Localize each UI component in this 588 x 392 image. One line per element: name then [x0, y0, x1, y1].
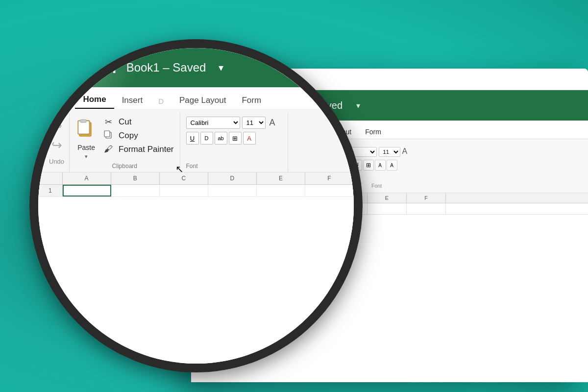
bold-button[interactable]: B — [328, 160, 339, 171]
nav-forward-icon[interactable]: › — [256, 75, 258, 84]
title-bar: ⊞ ‹ › — [191, 69, 588, 90]
column-headers: A B C D E F — [191, 193, 588, 203]
menu-bar: File Home Insert D Page Layout Form — [191, 121, 588, 139]
cell-d1[interactable] — [328, 203, 368, 214]
redo-button[interactable]: ↪ — [206, 156, 215, 166]
font-increase-icon[interactable]: A — [402, 147, 408, 157]
title-chevron-icon: ▾ — [356, 101, 360, 110]
clipboard-items: ✂ Cut 📄 Copy 🖌 Format Painter — [253, 146, 317, 186]
fill-color-button[interactable]: A — [375, 160, 386, 171]
cell-e1[interactable] — [368, 203, 407, 214]
cell-f1[interactable] — [407, 203, 446, 214]
spreadsheet-area: A B C D E F 1 — [191, 193, 588, 215]
app-grid-icon[interactable] — [201, 99, 213, 111]
menu-item-data[interactable]: D — [287, 125, 306, 139]
col-header-d: D — [328, 193, 368, 203]
border-button[interactable]: ⊞ — [363, 160, 374, 171]
font-size-select[interactable]: 11 — [379, 147, 400, 157]
row-number-header — [191, 193, 211, 203]
traffic-lights — [197, 76, 223, 82]
menu-item-page-layout[interactable]: Page Layout — [306, 125, 359, 139]
col-header-f: F — [407, 193, 446, 203]
underline-button[interactable]: U — [351, 160, 362, 171]
undo-button[interactable]: ↩ — [206, 144, 215, 154]
italic-button[interactable]: I — [340, 160, 350, 171]
toolbar-controls: ⊞ ‹ › — [232, 74, 259, 85]
menu-item-formulas[interactable]: Form — [358, 125, 388, 139]
format-painter-icon: 🖌 — [255, 176, 265, 185]
copy-icon: 📄 — [255, 163, 265, 172]
paste-dropdown-arrow[interactable]: ▾ — [239, 172, 241, 177]
font-name-select[interactable]: Calibri — [328, 147, 377, 157]
copy-label: Copy — [269, 164, 285, 172]
ribbon-content: ↩ ↪ Undo 📋 Paste ▾ ✂ Cut 📄 — [191, 139, 588, 193]
cut-button[interactable]: ✂ Cut — [253, 149, 317, 160]
excel-window: ⊞ ‹ › Excel Book1 – Saved ▾ File Home In… — [191, 69, 588, 382]
col-header-a: A — [211, 193, 250, 203]
col-header-c: C — [289, 193, 328, 203]
font-color-button[interactable]: A — [387, 160, 397, 171]
minimize-button[interactable] — [207, 76, 213, 82]
menu-item-insert[interactable]: Insert — [256, 125, 287, 139]
doc-title: Book1 – Saved — [276, 100, 343, 111]
close-button[interactable] — [197, 76, 203, 82]
undo-redo-group: ↩ ↪ Undo — [196, 142, 225, 193]
nav-back-icon[interactable]: ‹ — [249, 75, 252, 84]
undo-label: Undo — [204, 183, 217, 191]
app-title: Excel — [224, 98, 258, 113]
sidebar-toggle-icon[interactable]: ⊞ — [232, 74, 245, 85]
format-painter-label: Format Painter — [269, 177, 315, 185]
font-group-label: Font — [371, 183, 382, 191]
copy-button[interactable]: 📄 Copy — [253, 162, 317, 173]
cell-b1[interactable] — [250, 203, 289, 214]
grid-row-1: 1 — [191, 203, 588, 215]
row-num-1: 1 — [191, 203, 211, 214]
font-group: Calibri 11 A B I U ⊞ A A Font — [323, 142, 431, 193]
cut-icon: ✂ — [255, 150, 265, 159]
menu-item-file[interactable]: File — [199, 125, 224, 139]
menu-item-home[interactable]: Home — [224, 125, 257, 139]
clipboard-group: 📋 Paste ▾ ✂ Cut 📄 Copy 🖌 Format — [226, 142, 322, 193]
paste-label[interactable]: Paste — [232, 164, 247, 171]
cut-label: Cut — [269, 151, 280, 159]
format-painter-button[interactable]: 🖌 Format Painter — [253, 175, 317, 186]
paste-icon: 📋 — [231, 149, 248, 163]
col-header-e: E — [368, 193, 407, 203]
maximize-button[interactable] — [217, 76, 223, 82]
ribbon-title-bar: Excel Book1 – Saved ▾ — [191, 90, 588, 121]
cell-a1[interactable] — [211, 203, 250, 214]
cell-c1[interactable] — [289, 203, 328, 214]
col-header-b: B — [250, 193, 289, 203]
paste-section: 📋 Paste ▾ — [231, 146, 248, 177]
